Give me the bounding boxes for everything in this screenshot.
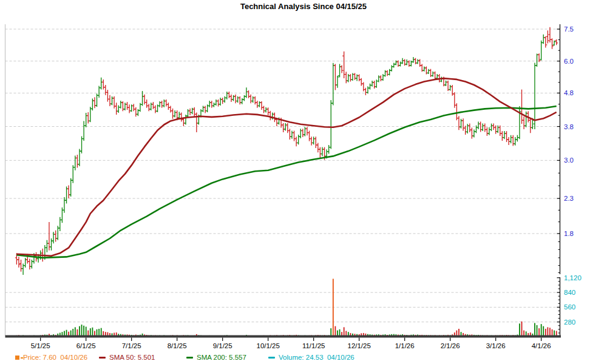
ohlc-bar xyxy=(189,109,192,115)
ohlc-bar xyxy=(360,78,363,86)
ohlc-bar xyxy=(132,104,135,111)
ohlc-bar xyxy=(204,106,207,113)
price-axis: 7.56.04.83.83.02.31.8 xyxy=(557,24,574,274)
ohlc-bar xyxy=(249,95,253,103)
ohlc-bar xyxy=(368,84,371,90)
ohlc-bar xyxy=(269,111,272,121)
volume-axis-label: 1,120 xyxy=(564,274,582,281)
ohlc-bar xyxy=(217,99,220,107)
price-axis-label: 7.5 xyxy=(564,25,574,33)
ohlc-bar xyxy=(330,100,333,149)
ohlc-bar xyxy=(366,86,369,93)
ohlc-bar xyxy=(234,95,237,103)
ohlc-bar xyxy=(520,90,523,124)
volume-bars xyxy=(16,279,557,337)
technical-analysis-page: 7.56.04.83.83.02.31.81,1208405602805/1/2… xyxy=(0,0,607,364)
sma200-swatch-icon xyxy=(186,357,193,359)
ohlc-bar xyxy=(17,257,20,268)
volume-bar xyxy=(534,323,535,337)
ohlc-bar xyxy=(50,238,53,251)
x-axis-label: 7/1/25 xyxy=(122,342,141,349)
ohlc-bar xyxy=(152,102,155,109)
ohlc-bar xyxy=(104,85,107,95)
price-axis-label: 2.3 xyxy=(564,195,574,202)
ohlc-bar xyxy=(548,27,551,42)
ohlc-bar xyxy=(54,231,57,242)
volume-bar xyxy=(521,322,523,337)
ohlc-bar xyxy=(195,112,198,132)
ohlc-bar xyxy=(297,135,300,144)
ohlc-bar xyxy=(507,137,510,145)
ohlc-bar xyxy=(472,130,475,138)
ohlc-bar xyxy=(69,178,72,197)
ohlc-bar xyxy=(553,41,556,46)
ohlc-bar xyxy=(247,90,250,98)
ohlc-bar xyxy=(390,65,393,71)
volume-bar xyxy=(81,325,83,337)
volume-bar xyxy=(333,279,334,337)
ohlc-bar xyxy=(314,136,317,148)
ohlc-bar xyxy=(100,78,103,90)
ohlc-bar xyxy=(316,143,319,153)
ohlc-bar xyxy=(123,103,126,110)
sma50-line xyxy=(16,78,556,256)
volume-bar xyxy=(83,326,84,337)
volume-bar xyxy=(537,325,538,337)
volume-axis-label: 560 xyxy=(564,303,575,311)
ohlc-bar xyxy=(523,116,526,129)
volume-bar xyxy=(541,324,542,337)
ohlc-bar xyxy=(551,38,554,49)
ohlc-bar xyxy=(310,136,313,145)
ohlc-bar xyxy=(524,112,527,127)
ohlc-bar xyxy=(490,124,493,131)
ohlc-bar xyxy=(91,98,94,110)
legend-item-price: Price: 7.60 04/10/26 xyxy=(15,354,87,361)
ohlc-bar xyxy=(512,135,515,146)
ohlc-bar xyxy=(87,112,90,124)
ohlc-bar xyxy=(514,137,517,146)
legend-item-volume: Volume: 24.53 04/10/26 xyxy=(268,354,354,361)
ohlc-bar xyxy=(331,63,334,106)
ohlc-bar xyxy=(542,35,545,44)
ohlc-bar xyxy=(392,62,395,67)
legend-price-label: Price: 7.60 04/10/26 xyxy=(23,354,87,361)
ohlc-bar xyxy=(134,107,137,117)
ohlc-bar xyxy=(540,41,543,61)
ohlc-bar xyxy=(143,95,146,104)
ohlc-bar xyxy=(63,197,66,213)
ohlc-bar xyxy=(477,122,480,129)
x-axis-label: 10/1/25 xyxy=(256,342,279,349)
ohlc-bar xyxy=(164,99,168,107)
ohlc-bar xyxy=(462,118,465,130)
ohlc-bar xyxy=(362,82,365,91)
ohlc-bar xyxy=(258,101,261,107)
price-axis-label: 4.8 xyxy=(564,89,574,96)
ohlc-bar xyxy=(457,116,460,130)
ohlc-bar xyxy=(288,129,291,140)
ohlc-bar xyxy=(544,36,547,48)
ohlc-bar xyxy=(210,101,213,108)
ohlc-bar xyxy=(483,124,486,132)
ohlc-bar xyxy=(163,99,166,107)
x-axis-label: 8/1/25 xyxy=(168,342,187,349)
ohlc-bar xyxy=(121,101,124,111)
ohlc-bar xyxy=(364,88,367,95)
ohlc-bar xyxy=(169,106,172,112)
ohlc-bar xyxy=(301,129,304,137)
ohlc-bar xyxy=(46,240,49,252)
volume-bar xyxy=(543,326,544,337)
ohlc-bar xyxy=(180,112,183,121)
ohlc-bar xyxy=(117,105,120,113)
ohlc-bar xyxy=(186,109,189,118)
ohlc-bar xyxy=(535,53,538,66)
legend-volume-label: Volume: 24.53 04/10/26 xyxy=(279,354,354,361)
ohlc-bar xyxy=(538,53,541,62)
ohlc-bar xyxy=(427,69,430,74)
ohlc-bar xyxy=(167,103,170,110)
price-volume-chart: 7.56.04.83.83.02.31.81,1208405602805/1/2… xyxy=(0,0,607,364)
ohlc-bar xyxy=(388,69,391,76)
volume-axis-label: 840 xyxy=(564,289,575,296)
volume-bar xyxy=(519,323,520,337)
ohlc-bar xyxy=(61,207,64,223)
ohlc-bar xyxy=(154,105,157,113)
